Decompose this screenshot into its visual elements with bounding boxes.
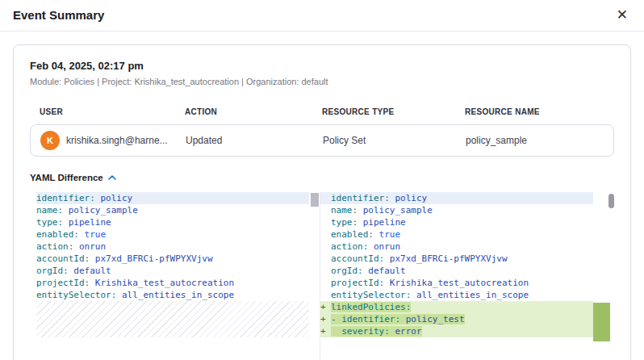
- diff-gutter: [320, 253, 331, 265]
- column-header-resource-name: RESOURCE NAME: [465, 107, 614, 116]
- diff-overview-ruler: [593, 192, 614, 360]
- code-tokens: action: onrun: [36, 241, 106, 252]
- close-icon[interactable]: ✕: [613, 6, 631, 23]
- chevron-up-icon: [108, 175, 116, 180]
- original-code-line: entitySelector: all_entities_in_scope: [36, 289, 309, 301]
- code-tokens: linkedPolicies:: [331, 302, 411, 312]
- original-code-line: type: pipeline: [36, 216, 309, 228]
- code-tokens: orgId: default: [331, 266, 406, 276]
- original-code-line: orgId: default: [36, 265, 309, 277]
- code-tokens: entitySelector: all_entities_in_scope: [36, 290, 234, 300]
- resource-name-cell: policy_sample: [466, 135, 613, 146]
- original-code-line: action: onrun: [36, 241, 309, 253]
- diff-add-marker: +: [320, 325, 331, 337]
- original-code-line: projectId: Krishika_test_autocreation: [36, 277, 309, 289]
- diff-pane-original: identifier: policyname: policy_sampletyp…: [30, 192, 309, 360]
- original-code-line: accountId: px7xd_BFRCi-pfWPYXVjvw: [36, 253, 309, 265]
- page-title: Event Summary: [13, 8, 104, 22]
- scrollbar-thumb[interactable]: [311, 193, 319, 207]
- code-tokens: orgId: default: [36, 266, 111, 276]
- code-tokens: projectId: Krishika_test_autocreation: [36, 278, 234, 288]
- diff-gutter: [320, 241, 331, 253]
- modified-code-line: enabled: true: [320, 228, 593, 241]
- user-email: krishika.singh@harne...: [66, 135, 168, 146]
- modal-header: Event Summary ✕: [0, 0, 644, 31]
- scrollbar-thumb[interactable]: [608, 194, 614, 208]
- resource-type-cell: Policy Set: [323, 135, 466, 146]
- code-tokens: identifier: policy: [36, 193, 132, 203]
- user-cell: K krishika.singh@harne...: [40, 131, 186, 150]
- diff-added-region-marker: [593, 303, 610, 341]
- action-cell: Updated: [186, 135, 323, 146]
- modified-code-line: orgId: default: [320, 265, 593, 277]
- modified-code-line: +- identifier: policy_test: [320, 313, 593, 325]
- yaml-difference-label: YAML Difference: [30, 173, 103, 182]
- modified-code-line: action: onrun: [320, 241, 593, 253]
- code-tokens: severity: error: [331, 326, 422, 337]
- code-tokens: name: policy_sample: [331, 205, 433, 216]
- code-tokens: identifier: policy: [331, 193, 427, 203]
- modified-code-line: entitySelector: all_entities_in_scope: [320, 289, 593, 301]
- modified-code-line: + severity: error: [320, 325, 593, 337]
- code-tokens: entitySelector: all_entities_in_scope: [331, 290, 529, 300]
- diff-add-marker: +: [320, 301, 331, 313]
- code-tokens: projectId: Krishika_test_autocreation: [331, 278, 529, 288]
- event-card: Feb 04, 2025, 02:17 pm Module: Policies …: [13, 44, 631, 360]
- diff-gutter: [320, 289, 331, 301]
- column-header-user: USER: [40, 107, 185, 116]
- diff-add-marker: +: [320, 313, 331, 325]
- modified-code-line: type: pipeline: [320, 216, 593, 228]
- modified-code-line: name: policy_sample: [320, 204, 593, 216]
- diff-center-scrollbar: [309, 192, 320, 360]
- code-tokens: type: pipeline: [36, 217, 111, 228]
- code-tokens: accountId: px7xd_BFRCi-pfWPYXVjvw: [331, 253, 508, 264]
- code-tokens: type: pipeline: [331, 217, 406, 228]
- code-tokens: name: policy_sample: [36, 205, 138, 216]
- diff-gutter: [320, 216, 331, 228]
- diff-gutter: [320, 204, 331, 216]
- diff-empty-region: [36, 301, 309, 337]
- modified-code-line: accountId: px7xd_BFRCi-pfWPYXVjvw: [320, 253, 593, 265]
- diff-gutter: [320, 265, 331, 277]
- diff-pane-modified: identifier: policy name: policy_sample t…: [320, 192, 593, 360]
- modified-code-line: +linkedPolicies:: [320, 301, 593, 313]
- original-code-line: name: policy_sample: [36, 204, 309, 216]
- code-tokens: accountId: px7xd_BFRCi-pfWPYXVjvw: [36, 253, 213, 264]
- modified-code-line: identifier: policy: [320, 192, 593, 204]
- event-timestamp: Feb 04, 2025, 02:17 pm: [30, 60, 614, 72]
- table-header-row: USER ACTION RESOURCE TYPE RESOURCE NAME: [30, 107, 614, 124]
- code-tokens: enabled: true: [36, 229, 106, 240]
- original-code-line: identifier: policy: [36, 192, 309, 204]
- yaml-diff-editor: identifier: policyname: policy_sampletyp…: [30, 192, 614, 360]
- avatar: K: [40, 131, 60, 150]
- diff-gutter: [320, 277, 331, 289]
- code-tokens: enabled: true: [331, 229, 400, 240]
- event-meta: Module: Policies | Project: Krishika_tes…: [30, 77, 614, 86]
- code-tokens: action: onrun: [331, 241, 400, 252]
- diff-gutter: [320, 228, 331, 241]
- modified-code-line: projectId: Krishika_test_autocreation: [320, 277, 593, 289]
- column-header-resource-type: RESOURCE TYPE: [322, 107, 465, 116]
- diff-gutter: [320, 192, 331, 204]
- code-tokens: - identifier: policy_test: [331, 314, 465, 324]
- column-header-action: ACTION: [185, 107, 322, 116]
- original-code-line: enabled: true: [36, 228, 309, 241]
- yaml-difference-toggle[interactable]: YAML Difference: [30, 173, 116, 182]
- table-row: K krishika.singh@harne... Updated Policy…: [30, 124, 614, 157]
